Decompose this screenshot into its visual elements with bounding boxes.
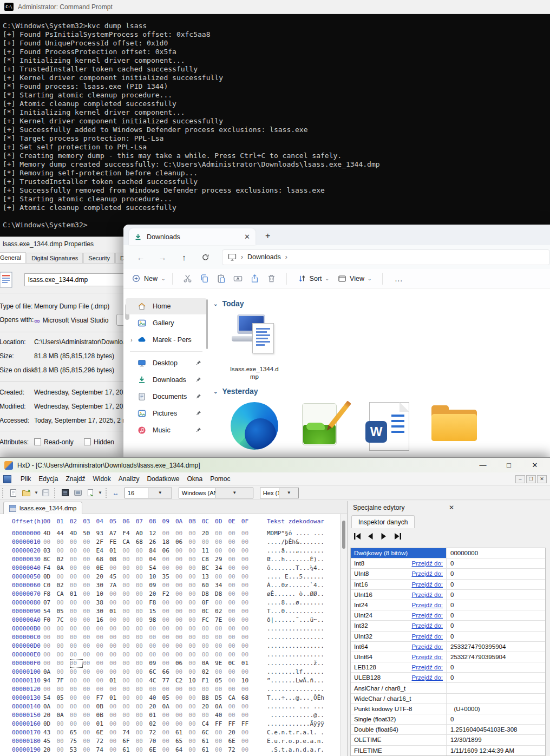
- hex-bytes[interactable]: 0700000038000000F80000000F000000: [43, 599, 254, 607]
- rename-button[interactable]: [233, 274, 243, 283]
- hex-offset[interactable]: 00000010: [12, 538, 41, 547]
- inspector-value[interactable]: [446, 694, 545, 704]
- sidebar-item-onedrive[interactable]: › Marek - Personal: [126, 332, 207, 348]
- properties-tab[interactable]: Digital Signatures: [27, 253, 83, 263]
- hex-offset[interactable]: 000000D0: [12, 642, 41, 650]
- hex-bytes[interactable]: F07C00001600000098000000FC7E0000: [43, 616, 254, 624]
- hex-offset[interactable]: 00000170: [12, 728, 41, 737]
- minimize-button[interactable]: —: [472, 461, 494, 469]
- sidebar-item-desktop[interactable]: Desktop: [126, 355, 207, 371]
- group-header-yesterday[interactable]: ⌄Yesterday: [213, 387, 258, 396]
- hex-decoded-text[interactable]: ô.......T...¼4..: [267, 564, 324, 573]
- inspector-value[interactable]: 1.2516040454103E-308: [446, 725, 545, 734]
- new-tab-button[interactable]: +: [265, 231, 270, 241]
- hex-bytes[interactable]: 947F0000000100004C77C210F1050010: [43, 676, 254, 685]
- inspector-value[interactable]: 12/30/1899: [446, 735, 545, 745]
- hex-row[interactable]: 000000A0 F07C00001600000098000000FC7E000…: [0, 616, 340, 624]
- previous-button[interactable]: [366, 533, 375, 540]
- hex-offset[interactable]: 00000190: [12, 746, 41, 754]
- goto-link[interactable]: Przejdź do:: [411, 664, 443, 670]
- address-bar[interactable]: › Downloads ›: [222, 249, 550, 265]
- up-button[interactable]: ↑: [180, 253, 188, 262]
- inspector-row[interactable]: UInt8Przejdź do: 0: [351, 569, 545, 579]
- file-folder[interactable]: [424, 406, 484, 442]
- goto-link[interactable]: Przejdź do:: [411, 633, 443, 640]
- expand-chevron-icon[interactable]: ›: [126, 337, 138, 343]
- hex-offset[interactable]: 00000090: [12, 607, 41, 616]
- inspector-value[interactable]: [446, 683, 545, 693]
- inspector-row[interactable]: UInt64Przejdź do: 2533274790395904: [351, 652, 545, 662]
- hex-scrollbar[interactable]: [340, 514, 347, 756]
- encoding-select[interactable]: Windows (ANSI)▼: [179, 488, 253, 498]
- hex-offset[interactable]: 000000C0: [12, 633, 41, 642]
- file-lsass-dump[interactable]: lsass.exe_1344.dmp: [218, 313, 291, 380]
- inspector-row[interactable]: Punkt kodowy UTF-8 (U+0000): [351, 704, 545, 714]
- sidebar-item-music[interactable]: Music: [126, 422, 207, 438]
- inspector-value[interactable]: 0: [446, 580, 545, 589]
- hex-row[interactable]: 00000130 54050000F701000040050000B8D5CA6…: [0, 694, 340, 702]
- tools-button-2[interactable]: [74, 489, 82, 497]
- view-button[interactable]: View⌄: [338, 274, 371, 283]
- hex-offset[interactable]: 00000000: [12, 529, 41, 538]
- document-mdi-icon[interactable]: [3, 475, 11, 483]
- mdi-restore-button[interactable]: ❐: [526, 475, 536, 483]
- hex-row[interactable]: 00000150 200A00000B000000010000000040000…: [0, 711, 340, 720]
- breadcrumb-chevron-icon[interactable]: ›: [285, 253, 287, 261]
- hex-offset[interactable]: 00000060: [12, 581, 41, 590]
- hex-bytes[interactable]: 00000000000000000000000000000000: [43, 633, 254, 642]
- inspector-value[interactable]: 0: [446, 610, 545, 620]
- hex-row[interactable]: 00000120 0000000000000000000000000000000…: [0, 685, 340, 694]
- goto-link[interactable]: Przejdź do:: [411, 602, 443, 608]
- inspector-row[interactable]: FILETIME 1/11/1609 12:44:39 AM: [351, 746, 545, 756]
- hex-offset[interactable]: 00000160: [12, 720, 41, 728]
- combo-arrow-icon[interactable]: ▼: [279, 488, 298, 498]
- inspector-row[interactable]: AnsiChar / char8_t: [351, 683, 545, 693]
- hex-row[interactable]: 00000010 000000002FFECA68261806000000000…: [0, 538, 340, 547]
- hex-decoded-text[interactable]: ........ ... ...: [267, 702, 324, 711]
- hex-bytes[interactable]: 54050000F701000040050000B8D5CA68: [43, 694, 254, 702]
- hex-decoded-text[interactable]: ................: [267, 650, 324, 659]
- hex-offset[interactable]: 00000080: [12, 599, 41, 607]
- forward-button[interactable]: →: [158, 253, 167, 262]
- last-button[interactable]: [394, 533, 402, 540]
- hex-decoded-text[interactable]: ....8...ø.......: [267, 599, 324, 607]
- menu-item[interactable]: Okna: [183, 474, 206, 484]
- menu-item[interactable]: Edycja: [35, 474, 62, 484]
- inspector-row[interactable]: LEB128Przejdź do: 0: [351, 662, 545, 673]
- hex-bytes[interactable]: F40A00000E00000054000000BC340000: [43, 564, 254, 573]
- inspector-row[interactable]: UInt16Przejdź do: 0: [351, 590, 545, 600]
- hex-offset[interactable]: 00000070: [12, 590, 41, 599]
- hex-offset[interactable]: 00000110: [12, 676, 41, 685]
- inspector-value[interactable]: (U+0000): [446, 704, 545, 714]
- cmd-output[interactable]: C:\Windows\System32>kvc dump lsass[+] Fo…: [0, 14, 550, 229]
- open-dropdown-arrow[interactable]: ▼: [34, 490, 38, 495]
- hex-row[interactable]: 000000E0 0000000000000000000000000000000…: [0, 650, 340, 659]
- hex-editor-grid[interactable]: Offset(h) 000102030405060708090A0B0C0D0E…: [0, 514, 340, 756]
- next-button[interactable]: [380, 533, 389, 540]
- inspector-row[interactable]: Single (float32) 0: [351, 714, 545, 725]
- see-more-button[interactable]: ...: [395, 274, 403, 283]
- hex-offset[interactable]: 00000140: [12, 702, 41, 711]
- hex-offset[interactable]: 000000F0: [12, 659, 41, 668]
- inspector-value[interactable]: 0: [446, 590, 545, 600]
- close-button[interactable]: ✕: [524, 461, 546, 469]
- inspector-value[interactable]: 0: [446, 621, 545, 630]
- save-button[interactable]: [42, 489, 50, 497]
- hex-offset[interactable]: 00000180: [12, 737, 41, 746]
- tools-button-1[interactable]: [61, 489, 69, 497]
- panel-close-icon[interactable]: ✕: [449, 504, 545, 511]
- menu-item[interactable]: Analizy: [115, 474, 143, 484]
- hex-offset[interactable]: 00000020: [12, 547, 41, 555]
- menu-item[interactable]: Pomoc: [206, 474, 234, 484]
- hex-bytes[interactable]: 03000000E40100008406000011000000: [43, 547, 254, 555]
- scrollbar-thumb[interactable]: [342, 521, 345, 549]
- hex-offset[interactable]: 00000040: [12, 564, 41, 573]
- sidebar-item-gallery[interactable]: Gallery: [126, 315, 207, 331]
- hex-row[interactable]: 00000110 947F0000000100004C77C210F105001…: [0, 676, 340, 685]
- goto-link[interactable]: Przejdź do:: [411, 560, 443, 567]
- tab-downloads[interactable]: Downloads ✕: [129, 228, 256, 245]
- inspector-value[interactable]: 2533274790395904: [446, 652, 545, 662]
- hex-bytes[interactable]: 00000000000000000000000000000000: [43, 642, 254, 650]
- sidebar-scrollbar[interactable]: [206, 299, 208, 349]
- hex-bytes[interactable]: 4D444D5093A7F4A01200000020000000: [43, 529, 254, 538]
